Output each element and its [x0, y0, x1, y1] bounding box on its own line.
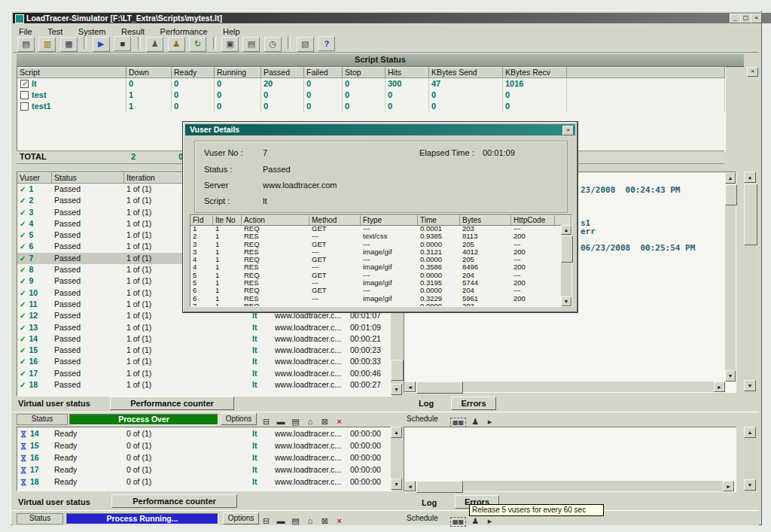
scroll-down-button[interactable]: ▼	[391, 479, 402, 490]
col-ready[interactable]: Ready	[172, 67, 215, 78]
vuser-row[interactable]: ✓17 Passed 1 of (1) lt www.loadtracer.c.…	[17, 368, 392, 379]
options-button[interactable]: Options	[221, 413, 257, 425]
scroll-thumb[interactable]	[725, 184, 737, 205]
options-button[interactable]: Options	[223, 512, 259, 524]
request-row[interactable]: 1 1 REQ GET --- 0.0001 203 ---	[190, 225, 561, 233]
errors-hscrollbar[interactable]: ◄ ►	[404, 481, 734, 491]
status-toolbar-icon-3[interactable]: ▤	[290, 417, 301, 427]
col-time[interactable]: Time	[418, 215, 460, 226]
request-row[interactable]: 6 1 REQ GET --- 0.0000 204 ---	[190, 287, 561, 294]
status-toolbar-icon-1[interactable]: ⊟	[261, 516, 272, 526]
status-toolbar-icon-3[interactable]: ▤	[290, 516, 301, 526]
col-action[interactable]: Action	[242, 215, 309, 226]
col-passed[interactable]: Passed	[261, 67, 304, 78]
scroll-down-button[interactable]: ▼	[561, 296, 571, 306]
tab-virtual-user-status[interactable]: Virtual user status	[18, 399, 90, 408]
script-checkbox[interactable]	[20, 91, 29, 99]
maximize-button[interactable]: ▢	[740, 14, 751, 23]
dialog-title-bar[interactable]: Vuser Details	[185, 124, 575, 135]
tab-virtual-user-status-2[interactable]: Virtual user status	[18, 497, 90, 506]
scroll-thumb[interactable]	[391, 360, 404, 381]
col-bytes[interactable]: Bytes	[460, 215, 511, 226]
col-kbytes-send[interactable]: KBytes Send	[429, 67, 503, 78]
script-checkbox[interactable]	[20, 102, 29, 111]
scroll-up-button[interactable]: ▲	[744, 427, 756, 438]
status-toolbar-icon-4[interactable]: ⌂	[304, 516, 315, 525]
ready-row[interactable]: ⋈16 Ready 0 of (1) lt www.loadtracer.c..…	[17, 451, 392, 464]
scroll-up-button[interactable]: ▲	[561, 225, 571, 235]
request-row[interactable]: 6 1 RES --- image/gif 0.3229 5961 200	[190, 295, 561, 302]
schedule-flag-icon[interactable]: ▸	[484, 516, 495, 526]
tab-log-2[interactable]: Log	[422, 498, 437, 507]
col-kbytes-recv[interactable]: KBytes Recv	[503, 67, 567, 78]
stop-x-icon[interactable]: ×	[334, 417, 345, 426]
scroll-left-button[interactable]: ◄	[404, 382, 416, 392]
scroll-left-button[interactable]: ◄	[404, 481, 416, 491]
request-row[interactable]: 2 1 RES --- text/css 0.9385 8113 200	[190, 233, 561, 240]
request-row[interactable]: 5 1 REQ GET --- 0.0000 204 ---	[190, 272, 561, 279]
request-row[interactable]: 4 1 REQ GET --- 0.0000 205 ---	[190, 256, 561, 263]
script-checkbox[interactable]: ✓	[20, 80, 29, 88]
tab-performance-counter-2[interactable]: Performance counter	[111, 494, 237, 508]
vuser-row[interactable]: ✓16 Passed 1 of (1) lt www.loadtracer.c.…	[17, 356, 392, 367]
title-bar[interactable]: LoadTracer-Simulator [F:\LT_Extra\Script…	[13, 13, 771, 23]
request-row[interactable]: 7 1 REQ 0.0000 203	[190, 302, 561, 306]
scroll-down-button[interactable]: ▼	[725, 370, 736, 382]
ready-list-scrollbar[interactable]: ▲ ▼	[391, 427, 402, 490]
request-row[interactable]: 5 1 RES --- image/gif 0.3195 5744 200	[190, 279, 561, 287]
schedule-flag-icon[interactable]: ▸	[484, 417, 495, 427]
tab-errors[interactable]: Errors	[451, 397, 496, 410]
scroll-thumb[interactable]	[561, 236, 573, 263]
request-row[interactable]: 4 1 RES --- image/gif 0.3586 8496 200	[190, 263, 561, 271]
new-script-icon[interactable]: ▤	[17, 37, 35, 52]
col-failed[interactable]: Failed	[304, 67, 343, 78]
script-row[interactable]: ✓lt 0 0 0 20 0 0 300 47 1016	[17, 78, 725, 90]
scroll-up-button[interactable]: ▲	[744, 172, 756, 183]
open-folder-icon[interactable]: ▥	[38, 37, 56, 52]
col-stop[interactable]: Stop	[343, 67, 386, 78]
col-hits[interactable]: Hits	[386, 67, 429, 78]
schedule-vuser-icon[interactable]: ♟	[470, 516, 481, 526]
col-running[interactable]: Running	[215, 67, 261, 78]
col-vuser[interactable]: Vuser	[17, 172, 52, 184]
status-toolbar-icon-5[interactable]: ⊠	[319, 417, 331, 427]
close-button[interactable]: ×	[751, 14, 762, 23]
vuser-row[interactable]: ✓13 Passed 1 of (1) lt www.loadtracer.c.…	[17, 322, 392, 333]
col-down[interactable]: Down	[126, 67, 172, 78]
col-httpcode[interactable]: HttpCode	[511, 215, 555, 226]
status-toolbar-icon-2[interactable]: ▬	[275, 516, 286, 525]
save-icon[interactable]: ▦	[60, 37, 78, 52]
scroll-down-button[interactable]: ▼	[391, 384, 402, 395]
scroll-thumb[interactable]	[416, 481, 463, 493]
schedule-clock-icon[interactable]: ◷	[264, 37, 282, 52]
log-vscrollbar[interactable]: ▲ ▼	[725, 172, 736, 382]
col-status[interactable]: Status	[52, 172, 124, 184]
window-icon[interactable]: ▣	[221, 37, 239, 52]
scroll-down-button[interactable]: ▼	[744, 479, 756, 491]
request-row[interactable]: 3 1 REQ GET --- 0.0000 205 ---	[190, 241, 561, 248]
run-icon[interactable]: ▶	[93, 37, 110, 52]
col-ite-no[interactable]: Ite No	[213, 215, 242, 226]
vuser-row[interactable]: ✓15 Passed 1 of (1) lt www.loadtracer.c.…	[17, 345, 392, 356]
status-toolbar-icon-2[interactable]: ▬	[275, 417, 286, 426]
vuser-group-icon[interactable]: ♟	[168, 37, 185, 52]
scroll-up-button[interactable]: ▲	[391, 427, 402, 438]
col-ftype[interactable]: Ftype	[361, 215, 418, 226]
col-fid[interactable]: FId	[190, 215, 213, 226]
request-table-scrollbar[interactable]: ▲ ▼	[561, 225, 571, 306]
ready-row[interactable]: ⋈14 Ready 0 of (1) lt www.loadtracer.c..…	[17, 427, 392, 439]
outer-vscrollbar[interactable]: ▲ ▼	[744, 172, 756, 391]
ready-row[interactable]: ⋈18 Ready 0 of (1) lt www.loadtracer.c..…	[17, 476, 392, 488]
request-row[interactable]: 3 1 RES --- image/gif 0.3121 4012 200	[190, 248, 561, 256]
dialog-close-button[interactable]: ×	[562, 126, 574, 135]
vuser-row[interactable]: ✓14 Passed 1 of (1) lt www.loadtracer.c.…	[17, 333, 392, 345]
status-toolbar-icon-4[interactable]: ⌂	[304, 417, 315, 426]
col-script[interactable]: Script	[17, 67, 126, 78]
scroll-right-button[interactable]: ►	[723, 481, 734, 491]
log-hscrollbar[interactable]: ◄ ►	[404, 382, 725, 392]
help-icon[interactable]: ?	[318, 36, 335, 51]
tab-log[interactable]: Log	[419, 399, 434, 408]
scroll-down-button[interactable]: ▼	[744, 380, 756, 391]
script-row[interactable]: test1 1 0 0 0 0 0 0 0 0	[17, 101, 725, 112]
minimize-button[interactable]: _	[730, 14, 741, 23]
